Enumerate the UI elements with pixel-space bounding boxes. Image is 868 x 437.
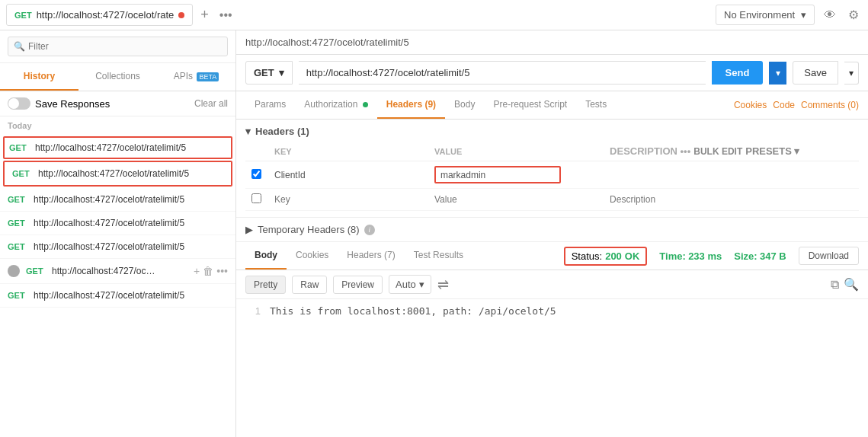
save-responses-toggle[interactable] (8, 97, 30, 110)
header-checkbox-cell (245, 189, 268, 211)
tab-headers[interactable]: Headers (9) (377, 91, 445, 119)
history-item[interactable]: GET http://localhost:4727/ocelot/ratelim… (0, 284, 235, 308)
method-badge: GET (8, 291, 29, 300)
request-tab-right-links: Cookies Code Comments (0) (734, 100, 859, 110)
temporary-headers-section: ▶ Temporary Headers (8) i (236, 218, 868, 242)
beta-badge: BETA (197, 72, 219, 81)
active-request-tab[interactable]: GET http://localhost:4727/ocelot/rate (6, 4, 193, 26)
tab-apis[interactable]: APIs BETA (157, 63, 235, 91)
presets-button[interactable]: Presets ▾ (745, 145, 799, 157)
toggle-knob (8, 98, 19, 109)
resp-tab-body[interactable]: Body (245, 242, 287, 270)
download-button[interactable]: Download (799, 247, 859, 265)
sidebar-tabs: History Collections APIs BETA (0, 63, 235, 91)
header-value-input[interactable] (434, 194, 597, 205)
checkbox-col-header (245, 142, 268, 161)
top-right-controls: No Environment ▾ 👁 ⚙ (716, 5, 862, 25)
resp-tab-test-results[interactable]: Test Results (405, 242, 472, 270)
chevron-down-icon: ▾ (801, 9, 806, 21)
chevron-down-icon: ▾ (794, 145, 799, 157)
header-checkbox[interactable] (251, 169, 261, 179)
wrap-icon[interactable]: ⇌ (437, 276, 449, 293)
save-dropdown-button[interactable]: ▾ (844, 62, 859, 85)
header-desc-cell (604, 189, 859, 211)
environment-selector[interactable]: No Environment ▾ (716, 5, 815, 25)
tab-params[interactable]: Params (245, 91, 295, 119)
header-checkbox[interactable] (251, 193, 261, 203)
bulk-edit-button[interactable]: Bulk Edit (693, 146, 742, 157)
method-badge: GET (26, 266, 47, 276)
add-icon[interactable]: + (194, 265, 200, 277)
method-select[interactable]: GET ▾ (245, 61, 293, 85)
history-item[interactable]: GET http://localhost:4727/ocelot/ratelim… (3, 136, 232, 159)
preview-button[interactable]: Preview (333, 276, 383, 294)
item-url: http://localhost:4727/ocel... (52, 266, 159, 276)
header-desc-input[interactable] (610, 194, 853, 205)
desc-col-header: DESCRIPTION ••• Bulk Edit Presets ▾ (604, 142, 859, 161)
header-desc-cell (604, 161, 859, 189)
header-key-input[interactable] (274, 194, 422, 205)
copy-icon[interactable]: ⧉ (831, 277, 839, 292)
cookies-link[interactable]: Cookies (734, 100, 767, 110)
right-panel: http://localhost:4727/ocelot/ratelimit/5… (236, 30, 868, 437)
response-toolbar: Pretty Raw Preview Auto ▾ ⇌ ⧉ 🔍 (236, 270, 868, 299)
history-item[interactable]: GET http://localhost:4727/ocelot/ratelim… (0, 188, 235, 212)
tab-collections[interactable]: Collections (78, 63, 157, 91)
clear-all-button[interactable]: Clear all (194, 98, 228, 109)
chevron-right-icon: ▶ (245, 224, 253, 235)
filter-input[interactable] (8, 37, 228, 56)
temp-headers-title[interactable]: ▶ Temporary Headers (8) i (245, 224, 859, 235)
tab-authorization[interactable]: Authorization (295, 91, 376, 119)
save-button[interactable]: Save (793, 61, 838, 85)
eye-icon[interactable]: 👁 (821, 5, 839, 25)
delete-icon[interactable]: 🗑 (203, 265, 213, 277)
code-link[interactable]: Code (773, 100, 795, 110)
tab-body[interactable]: Body (445, 91, 484, 119)
method-value: GET (254, 67, 274, 78)
send-button[interactable]: Send (712, 61, 764, 85)
header-key-cell (268, 161, 428, 189)
tab-tests[interactable]: Tests (576, 91, 616, 119)
send-dropdown-button[interactable]: ▾ (769, 62, 786, 85)
item-url: http://localhost:4727/ocelot/ratelimit/5 (38, 168, 189, 179)
sidebar-search-area: 🔍 (0, 30, 235, 63)
header-value-input[interactable] (440, 170, 555, 180)
raw-button[interactable]: Raw (292, 276, 327, 294)
chevron-down-icon: ▾ (279, 67, 284, 78)
item-url: http://localhost:4727/ocelot/ratelimit/5 (34, 241, 184, 252)
history-list: GET http://localhost:4727/ocelot/ratelim… (0, 135, 235, 437)
resp-tab-headers[interactable]: Headers (7) (338, 242, 404, 270)
response-line: 1 This is from localhost:8001, path: /ap… (245, 305, 859, 317)
auto-format-select[interactable]: Auto ▾ (389, 275, 431, 294)
avatar-icon (8, 265, 20, 277)
unsaved-dot (178, 12, 184, 18)
status-text: OK (625, 250, 640, 262)
main-layout: 🔍 History Collections APIs BETA Save Res… (0, 30, 868, 437)
url-input[interactable] (299, 61, 706, 85)
history-item-with-actions[interactable]: GET http://localhost:4727/ocel... + 🗑 ••… (0, 259, 235, 284)
resp-toolbar-right: ⧉ 🔍 (831, 277, 859, 292)
method-badge: GET (8, 195, 29, 204)
comments-link[interactable]: Comments (0) (801, 100, 859, 110)
gear-icon[interactable]: ⚙ (845, 5, 862, 25)
more-icon[interactable]: ••• (216, 265, 228, 277)
tab-pre-request-script[interactable]: Pre-request Script (484, 91, 576, 119)
search-icon[interactable]: 🔍 (844, 277, 859, 292)
header-row-empty (245, 189, 859, 211)
pretty-button[interactable]: Pretty (245, 276, 286, 294)
add-tab-button[interactable]: + (197, 7, 212, 23)
method-badge: GET (9, 143, 30, 152)
history-item[interactable]: GET http://localhost:4727/ocelot/ratelim… (0, 235, 235, 259)
header-key-input[interactable] (274, 170, 422, 180)
tab-method: GET (14, 11, 32, 20)
history-item[interactable]: GET http://localhost:4727/ocelot/ratelim… (0, 212, 235, 235)
method-badge: GET (8, 218, 29, 228)
headers-table: KEY VALUE DESCRIPTION ••• Bulk Edit Pres… (245, 142, 859, 211)
history-item[interactable]: GET http://localhost:4727/ocelot/ratelim… (3, 161, 232, 187)
resp-tab-cookies[interactable]: Cookies (287, 242, 338, 270)
response-section: Body Cookies Headers (7) Test Results St… (236, 242, 868, 437)
tab-history[interactable]: History (0, 63, 78, 91)
more-tabs-button[interactable]: ••• (216, 8, 235, 22)
headers-section-title[interactable]: ▾ Headers (1) (245, 126, 859, 137)
auth-dot (363, 102, 368, 107)
